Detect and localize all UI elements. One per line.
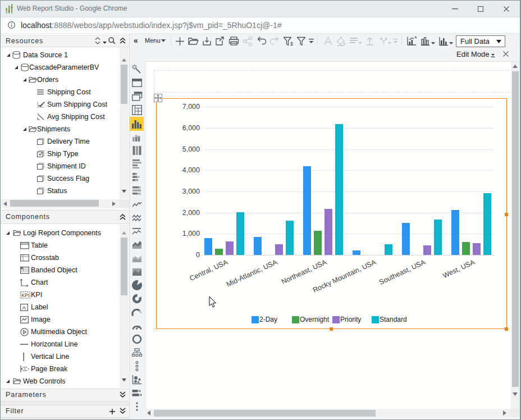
svg-text:$: $ xyxy=(290,41,293,47)
svg-text:KPI: KPI xyxy=(21,293,29,298)
svg-text:A: A xyxy=(22,304,26,311)
